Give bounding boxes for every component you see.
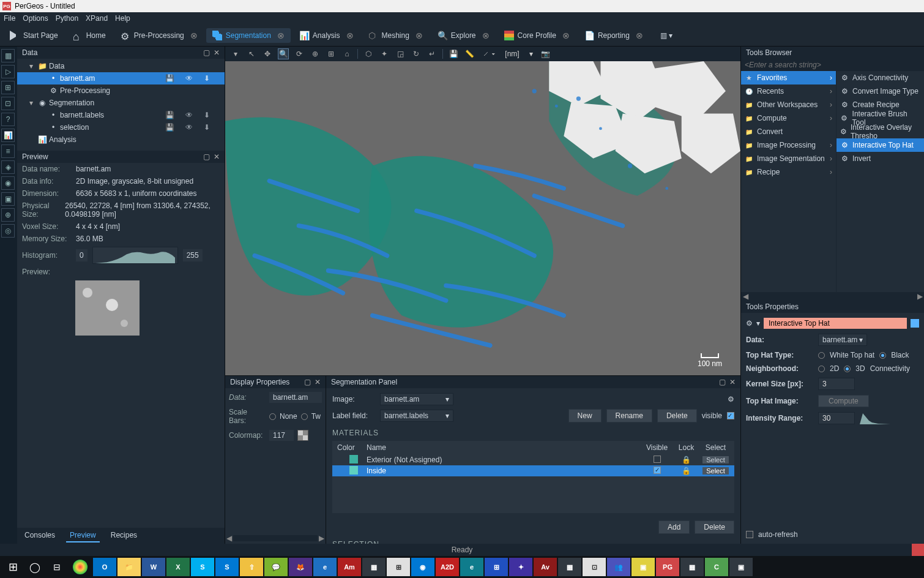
close-icon[interactable]: ⊗ xyxy=(277,31,285,40)
unit-chevron[interactable]: ▾ xyxy=(527,50,535,58)
browser-category[interactable]: Other Workspaces› xyxy=(741,98,836,111)
tab-dropdown[interactable]: ▥ ▾ xyxy=(654,29,679,42)
dock-icon[interactable]: ▢ xyxy=(203,152,210,161)
colormap-swatch[interactable] xyxy=(297,430,308,441)
nb-3d-radio[interactable] xyxy=(844,366,851,372)
leftbar-btn-2[interactable]: ▷ xyxy=(1,65,15,78)
tree-item[interactable]: 📊 Analysis xyxy=(17,133,225,146)
leftbar-btn-8[interactable]: ◈ xyxy=(1,160,15,174)
browser-category[interactable]: Convert xyxy=(741,125,836,138)
browser-category[interactable]: Image Processing› xyxy=(741,138,836,152)
image-combo[interactable]: barnett.am▾ xyxy=(380,393,453,405)
taskbar-app[interactable]: ⊞ xyxy=(387,558,410,576)
taskbar-app[interactable]: 👥 xyxy=(607,558,630,576)
tab-segmentation[interactable]: Segmentation⊗ xyxy=(206,28,291,43)
material-select-button[interactable]: Select xyxy=(702,456,729,464)
rotate-icon[interactable]: ↻ xyxy=(411,48,422,59)
autorefresh-checkbox[interactable] xyxy=(746,531,753,538)
tab-reporting[interactable]: Reporting⊗ xyxy=(578,28,649,43)
browser-category[interactable]: Image Segmentation› xyxy=(741,152,836,165)
menu-options[interactable]: Options xyxy=(23,14,48,23)
save-icon[interactable]: 💾 xyxy=(448,48,459,59)
nb-2d-radio[interactable] xyxy=(818,366,825,372)
rename-button[interactable]: Rename xyxy=(606,409,652,422)
leftbar-btn-3[interactable]: ⊞ xyxy=(1,81,15,94)
compute-button[interactable]: Compute xyxy=(818,395,869,407)
search-button[interactable] xyxy=(24,558,45,576)
leftbar-btn-1[interactable]: ▦ xyxy=(1,49,15,62)
add-button[interactable]: Add xyxy=(658,520,690,534)
taskbar-app[interactable]: 💬 xyxy=(264,558,288,576)
pointer-icon[interactable]: ▾ xyxy=(230,48,241,59)
tree-item[interactable]: • barnett.am 💾👁⬇ xyxy=(17,72,225,84)
tree-item[interactable]: • barnett.labels 💾👁⬇ xyxy=(17,109,225,121)
tab-startpage[interactable]: Start Page xyxy=(4,28,64,43)
leftbar-btn-4[interactable]: ⊡ xyxy=(1,97,15,110)
taskbar-app[interactable]: S xyxy=(191,558,214,576)
material-visible-checkbox[interactable] xyxy=(654,467,661,474)
move-icon[interactable]: ✥ xyxy=(262,48,273,59)
taskbar-app[interactable]: ▦ xyxy=(558,558,581,576)
tree-item[interactable]: ▾ ◉ Segmentation xyxy=(17,97,225,109)
close-icon[interactable]: ✕ xyxy=(214,48,220,57)
tab-consoles[interactable]: Consoles xyxy=(21,529,59,542)
taskbar-app[interactable]: ✦ xyxy=(509,558,532,576)
tab-home[interactable]: Home xyxy=(67,28,112,43)
leftbar-btn-9[interactable]: ◉ xyxy=(1,176,15,190)
taskbar-app[interactable]: e xyxy=(460,558,483,576)
cube-icon[interactable]: ⬡ xyxy=(363,48,374,59)
browser-tool[interactable]: Convert Image Type xyxy=(836,84,924,98)
tree-item[interactable]: ⚙ Pre-Processing xyxy=(17,84,225,97)
close-icon[interactable]: ✕ xyxy=(315,378,321,386)
color-swatch[interactable] xyxy=(911,319,919,328)
cursor-icon[interactable]: ↖ xyxy=(246,48,257,59)
taskbar-app[interactable]: O xyxy=(93,558,116,576)
refresh-icon[interactable]: ⟳ xyxy=(294,48,305,59)
dock-icon[interactable]: ▢ xyxy=(203,48,210,57)
material-select-button[interactable]: Select xyxy=(702,467,729,475)
browser-tool[interactable]: Interactive Top Hat xyxy=(836,138,924,152)
close-icon[interactable]: ⊗ xyxy=(482,31,490,40)
close-icon[interactable]: ✕ xyxy=(214,152,220,161)
zoom-icon[interactable]: 🔍 xyxy=(278,48,289,59)
target-icon[interactable]: ⊕ xyxy=(310,48,321,59)
leftbar-btn-11[interactable]: ⊕ xyxy=(1,208,15,222)
delete-button[interactable]: Delete xyxy=(657,409,697,422)
start-button[interactable] xyxy=(2,558,23,576)
leftbar-btn-12[interactable]: ◎ xyxy=(1,224,15,238)
material-row[interactable]: Exterior (Not Assigned) 🔒 Select xyxy=(332,454,734,465)
lock-icon[interactable]: 🔒 xyxy=(676,456,697,464)
taskbar-app[interactable] xyxy=(73,560,88,574)
browser-tool[interactable]: Axis Connectivity xyxy=(836,71,924,84)
white-tophat-radio[interactable] xyxy=(818,352,825,359)
taskbar-app[interactable]: ◉ xyxy=(411,558,434,576)
taskbar-app[interactable]: S xyxy=(215,558,239,576)
ruler-icon[interactable]: 📏 xyxy=(464,48,475,59)
tab-recipes[interactable]: Recipes xyxy=(107,529,141,542)
black-tophat-radio[interactable] xyxy=(879,352,886,359)
browser-hscroll[interactable]: ◀▶ xyxy=(741,292,924,301)
new-button[interactable]: New xyxy=(568,409,602,422)
menu-help[interactable]: Help xyxy=(115,14,130,23)
tab-preprocessing[interactable]: Pre-Processing⊗ xyxy=(114,28,204,43)
taskbar-app[interactable]: Av xyxy=(534,558,557,576)
taskbar-app[interactable]: PG xyxy=(656,558,679,576)
taskbar-app[interactable]: ▣ xyxy=(632,558,655,576)
gear-icon[interactable]: ⚙ xyxy=(728,395,734,403)
close-icon[interactable]: ⊗ xyxy=(562,31,570,40)
dock-icon[interactable]: ▢ xyxy=(304,378,311,386)
close-icon[interactable]: ✕ xyxy=(729,378,736,386)
scalebar-two-radio[interactable] xyxy=(301,413,308,420)
display-hscroll[interactable]: ◀▶ xyxy=(225,533,326,544)
leftbar-btn-6[interactable]: 📊 xyxy=(1,129,15,142)
close-icon[interactable]: ⊗ xyxy=(636,31,643,40)
taskview-button[interactable] xyxy=(47,558,67,576)
labelfield-visible-checkbox[interactable] xyxy=(727,412,734,419)
tp-data-combo[interactable]: barnett.am▾ xyxy=(818,334,867,346)
viewport[interactable]: 100 nm xyxy=(225,61,740,375)
scalebar-none-radio[interactable] xyxy=(269,413,276,420)
browser-tool[interactable]: Interactive Overlay Thresho xyxy=(836,125,924,138)
intensity-input[interactable] xyxy=(818,412,855,424)
close-icon[interactable]: ⊗ xyxy=(190,31,198,40)
taskbar-app[interactable]: ▦ xyxy=(362,558,386,576)
